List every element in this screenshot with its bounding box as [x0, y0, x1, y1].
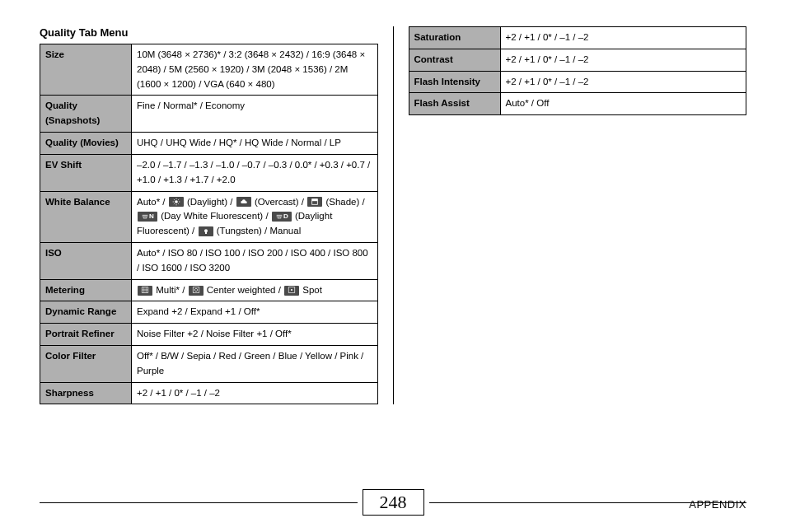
row-value: –2.0 / –1.7 / –1.3 / –1.0 / –0.7 / –0.3 …	[132, 154, 378, 191]
wb-text: (Tungsten) / Manual	[217, 226, 301, 236]
svg-rect-22	[205, 232, 207, 234]
row-value: Off* / B/W / Sepia / Red / Green / Blue …	[132, 346, 378, 383]
table-row: Portrait Refiner Noise Filter +2 / Noise…	[40, 324, 378, 346]
quality-tab-table-right: Saturation +2 / +1 / 0* / –1 / –2 Contra…	[409, 26, 747, 115]
svg-point-30	[291, 289, 292, 291]
row-value: UHQ / UHQ Wide / HQ* / HQ Wide / Normal …	[132, 133, 378, 155]
wb-text: (Daylight) /	[187, 197, 236, 207]
row-label: Portrait Refiner	[40, 324, 132, 346]
metering-multi-icon	[138, 286, 152, 296]
table-row: Sharpness +2 / +1 / 0* / –1 / –2	[40, 382, 378, 404]
row-label: Saturation	[409, 27, 500, 49]
row-label: Color Filter	[40, 346, 132, 383]
table-row: Metering Multi* / Center weighted / Spot	[40, 279, 378, 301]
metering-spot-icon	[284, 286, 299, 296]
row-value: +2 / +1 / 0* / –1 / –2	[132, 382, 378, 404]
table-row: EV Shift –2.0 / –1.7 / –1.3 / –1.0 / –0.…	[40, 154, 378, 191]
svg-point-0	[175, 201, 178, 204]
row-label: EV Shift	[40, 154, 132, 191]
table-row: Size 10M (3648 × 2736)* / 3:2 (3648 × 24…	[40, 44, 378, 96]
row-value: 10M (3648 × 2736)* / 3:2 (3648 × 2432) /…	[132, 44, 378, 96]
svg-line-5	[174, 199, 175, 200]
page-number: 248	[363, 489, 424, 516]
table-row: ISO Auto* / ISO 80 / ISO 100 / ISO 200 /…	[40, 242, 378, 279]
row-label: Flash Intensity	[409, 71, 500, 93]
shade-icon	[307, 197, 322, 207]
row-label: Quality (Movies)	[40, 133, 132, 155]
table-row: Saturation +2 / +1 / 0* / –1 / –2	[409, 27, 746, 49]
table-row: Contrast +2 / +1 / 0* / –1 / –2	[409, 49, 746, 71]
row-value: Auto* / (Daylight) / (Overcast) / (Shade…	[132, 191, 378, 242]
metering-center-icon	[189, 286, 204, 296]
wb-text: (Overcast) /	[255, 197, 306, 207]
svg-line-7	[174, 204, 175, 205]
row-value: Fine / Normal* / Economy	[132, 96, 378, 133]
row-label: Quality (Snapshots)	[40, 96, 132, 133]
svg-line-8	[178, 199, 179, 200]
svg-point-21	[204, 229, 208, 232]
table-row: White Balance Auto* / (Daylight) / (Over…	[40, 191, 378, 242]
section-title: Quality Tab Menu	[40, 26, 378, 39]
wb-text: (Shade) /	[325, 197, 364, 207]
row-label: Flash Assist	[409, 93, 500, 115]
svg-rect-27	[193, 287, 199, 293]
wb-text: Auto* /	[137, 197, 168, 207]
svg-line-6	[178, 204, 179, 205]
fluorescent-d-icon: D	[272, 212, 292, 222]
right-column: Saturation +2 / +1 / 0* / –1 / –2 Contra…	[394, 26, 747, 404]
table-row: Color Filter Off* / B/W / Sepia / Red / …	[40, 346, 378, 383]
left-column: Quality Tab Menu Size 10M (3648 × 2736)*…	[40, 26, 394, 404]
row-label: Metering	[40, 279, 132, 301]
table-row: Flash Assist Auto* / Off	[409, 93, 746, 115]
sun-icon	[169, 197, 184, 207]
row-value: +2 / +1 / 0* / –1 / –2	[500, 49, 746, 71]
cloud-icon	[236, 197, 251, 207]
row-label: Dynamic Range	[40, 301, 132, 324]
metering-text: Center weighted /	[207, 285, 283, 295]
page-footer: 248	[0, 489, 786, 516]
table-row: Dynamic Range Expand +2 / Expand +1 / Of…	[40, 301, 378, 324]
page-content: Quality Tab Menu Size 10M (3648 × 2736)*…	[0, 0, 786, 404]
row-value: Auto* / ISO 80 / ISO 100 / ISO 200 / ISO…	[132, 242, 378, 279]
svg-point-28	[194, 289, 197, 292]
metering-text: Spot	[302, 285, 322, 295]
row-value: +2 / +1 / 0* / –1 / –2	[500, 27, 746, 49]
row-value: Expand +2 / Expand +1 / Off*	[132, 301, 378, 324]
row-value: Multi* / Center weighted / Spot	[132, 279, 378, 301]
row-label: Size	[40, 44, 132, 96]
svg-rect-10	[312, 199, 318, 202]
fluorescent-n-icon: N	[138, 212, 157, 222]
bulb-icon	[199, 226, 213, 236]
quality-tab-table: Size 10M (3648 × 2736)* / 3:2 (3648 × 24…	[40, 44, 378, 404]
row-label: ISO	[40, 242, 132, 279]
wb-text: (Day White Fluorescent) /	[161, 211, 271, 221]
row-label: Sharpness	[40, 382, 132, 404]
table-row: Flash Intensity +2 / +1 / 0* / –1 / –2	[409, 71, 746, 93]
metering-text: Multi* /	[156, 285, 187, 295]
row-value: Noise Filter +2 / Noise Filter +1 / Off*	[132, 324, 378, 346]
appendix-label: APPENDIX	[689, 498, 746, 511]
row-label: Contrast	[409, 49, 500, 71]
table-row: Quality (Movies) UHQ / UHQ Wide / HQ* / …	[40, 133, 378, 155]
row-label: White Balance	[40, 191, 132, 242]
row-value: Auto* / Off	[500, 93, 746, 115]
footer-rule-left	[40, 502, 358, 503]
table-row: Quality (Snapshots) Fine / Normal* / Eco…	[40, 96, 378, 133]
row-value: +2 / +1 / 0* / –1 / –2	[500, 71, 746, 93]
